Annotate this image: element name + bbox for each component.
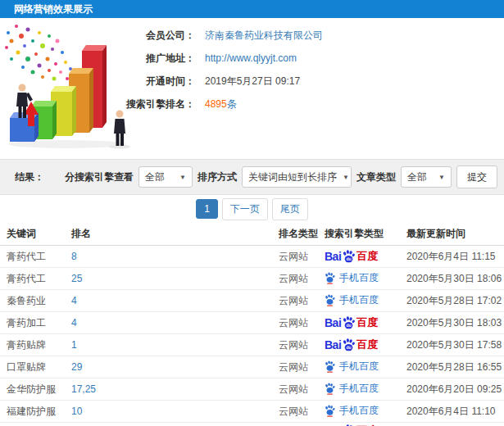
updated-time-cell: 2020年5月30日 18:03 [406, 316, 504, 330]
mobile-baidu-label: 手机百度 [339, 382, 379, 396]
rank-link[interactable]: 10 [71, 406, 279, 417]
baidu-paw-icon: du [342, 338, 356, 351]
table-row: 膏药加工 4 云网站 Bai du 百度 2020年5月30日 18:03 [0, 312, 504, 334]
table-row: 口罩贴牌 29 云网站 手机百度 2020年5月28日 16:55 [0, 356, 504, 378]
svg-text:du: du [347, 256, 352, 261]
chevron-down-icon: ▼ [174, 174, 186, 181]
rank-link[interactable]: 4 [71, 317, 279, 329]
marketing-report-page: 网络营销效果展示 [0, 0, 504, 426]
info-row: 搜索引擎排名： 4895条 [125, 93, 323, 116]
engine-cell: 手机百度 [325, 360, 406, 375]
updated-time-cell: 2020年5月30日 17:58 [406, 338, 504, 352]
ranking-count: 4895 [205, 98, 227, 110]
next-page-button[interactable]: 下一页 [222, 198, 268, 220]
submit-button[interactable]: 提交 [456, 165, 497, 188]
info-label: 推广地址： [125, 52, 195, 66]
rank-link[interactable]: 1 [71, 339, 279, 351]
baidu-logo: Bai du 百度 [325, 249, 378, 264]
article-type-select[interactable]: 全部 ▼ [401, 166, 452, 188]
engine-cell: 手机百度 [325, 293, 406, 309]
engine-cell: 手机百度 [325, 382, 406, 397]
baidu-paw-icon: du [342, 316, 356, 329]
mobile-baidu-label: 手机百度 [339, 271, 379, 285]
column-header-4: 最新更新时间 [406, 227, 504, 241]
keyword-cell: 福建防护服 [7, 405, 71, 419]
baidu-paw-icon: du [342, 250, 356, 263]
baidu-logo-cn: 百度 [356, 315, 378, 330]
engine-filter-value: 全部 [145, 170, 165, 184]
rank-type-cell: 云网站 [279, 250, 325, 264]
account-info-section: 会员公司： 济南秦鲁药业科技有限公司 推广地址： http://www.qlyy… [0, 18, 504, 159]
mobile-baidu-logo: 手机百度 [325, 293, 379, 307]
engine-filter-select[interactable]: 全部 ▼ [138, 166, 193, 188]
mobile-baidu-logo: 手机百度 [325, 404, 379, 418]
baidu-logo-cn: 百度 [356, 249, 378, 264]
info-label: 会员公司： [125, 29, 195, 43]
updated-time-cell: 2020年6月4日 11:10 [406, 405, 504, 419]
rank-link[interactable]: 25 [71, 273, 279, 284]
keyword-cell: 秦鲁药业 [7, 294, 71, 308]
sort-select[interactable]: 关键词由短到长排序 ▼ [242, 166, 352, 188]
ranking-count-suffix: 条 [227, 98, 237, 110]
mobile-baidu-label: 手机百度 [339, 404, 379, 418]
baidu-logo: Bai du 百度 [325, 315, 378, 330]
bar-chart-illustration [0, 21, 143, 151]
info-value: 4895条 [205, 97, 237, 111]
column-header-3: 搜索引擎类型 [325, 227, 406, 241]
rank-link[interactable]: 4 [71, 295, 279, 306]
partial-next-row: Bai du 百度 [0, 423, 504, 426]
keyword-cell: 口罩贴牌 [7, 360, 71, 374]
confetti-dots [5, 25, 75, 81]
last-page-button[interactable]: 尾页 [272, 198, 308, 220]
rank-link[interactable]: 17,25 [71, 383, 279, 395]
updated-time-cell: 2020年6月20日 09:25 [406, 383, 504, 397]
info-row: 会员公司： 济南秦鲁药业科技有限公司 [125, 24, 323, 47]
info-row: 开通时间： 2019年5月27日 09:17 [125, 70, 323, 93]
filter-controls: 分搜索引擎查看 全部 ▼ 排序方式 关键词由短到长排序 ▼ 文章类型 全部 ▼ … [65, 165, 497, 188]
table-row: 膏药代工 8 云网站 Bai du 百度 2020年6月4日 11:15 [0, 246, 504, 268]
mobile-baidu-paw-icon [325, 405, 335, 417]
rank-type-cell: 云网站 [279, 272, 325, 286]
result-label: 结果： [15, 170, 44, 184]
mobile-baidu-logo: 手机百度 [325, 271, 379, 285]
keyword-cell: 膏药代工 [7, 272, 71, 286]
mobile-baidu-logo: 手机百度 [325, 382, 379, 396]
rank-type-cell: 云网站 [279, 383, 325, 397]
engine-cell: Bai du 百度 [325, 315, 406, 330]
info-link[interactable]: 济南秦鲁药业科技有限公司 [205, 29, 323, 43]
filter-bar: 结果： 分搜索引擎查看 全部 ▼ 排序方式 关键词由短到长排序 ▼ 文章类型 全… [0, 159, 504, 195]
mobile-baidu-label: 手机百度 [339, 360, 379, 374]
mobile-baidu-paw-icon [325, 383, 335, 395]
table-row: 秦鲁药业 4 云网站 手机百度 2020年5月28日 17:02 [0, 290, 504, 312]
engine-cell: 手机百度 [325, 404, 406, 419]
mobile-baidu-paw-icon [325, 360, 335, 373]
article-type-label: 文章类型 [356, 170, 396, 184]
rank-type-cell: 云网站 [279, 338, 325, 352]
rank-link[interactable]: 29 [71, 361, 279, 373]
page-1-button[interactable]: 1 [196, 199, 218, 219]
column-header-2: 排名类型 [279, 227, 325, 241]
engine-cell: 手机百度 [325, 271, 406, 287]
sort-value: 关键词由短到长排序 [248, 170, 337, 184]
baidu-logo: Bai du 百度 [325, 338, 378, 352]
page-title: 网络营销效果展示 [14, 3, 93, 15]
page-header-bar: 网络营销效果展示 [0, 0, 504, 18]
engine-cell: Bai du 百度 [325, 249, 406, 264]
info-link[interactable]: http://www.qlyyjt.com [205, 52, 297, 64]
column-header-1: 排名 [71, 227, 279, 241]
rank-link[interactable]: 8 [71, 251, 279, 262]
baidu-logo-latin: Bai [325, 316, 341, 329]
updated-time-cell: 2020年6月4日 11:15 [406, 250, 504, 264]
pagination: 1 下一页 尾页 [0, 195, 504, 223]
engine-cell: Bai du 百度 [325, 423, 406, 426]
chevron-down-icon: ▼ [337, 174, 349, 181]
keyword-ranking-table: 关键词排名排名类型搜索引擎类型最新更新时间 膏药代工 8 云网站 Bai du … [0, 223, 504, 426]
updated-time-cell: 2020年5月30日 18:06 [406, 272, 504, 286]
article-type-value: 全部 [407, 170, 427, 184]
updated-time-cell: 2020年5月28日 17:02 [406, 294, 504, 308]
keyword-cell: 膏药加工 [7, 316, 71, 330]
info-label: 搜索引擎排名： [125, 97, 195, 111]
table-row: 膏药代工 25 云网站 手机百度 2020年5月30日 18:06 [0, 268, 504, 290]
mobile-baidu-label: 手机百度 [339, 293, 379, 307]
table-row: 膏药贴牌 1 云网站 Bai du 百度 2020年5月30日 17:58 [0, 334, 504, 356]
